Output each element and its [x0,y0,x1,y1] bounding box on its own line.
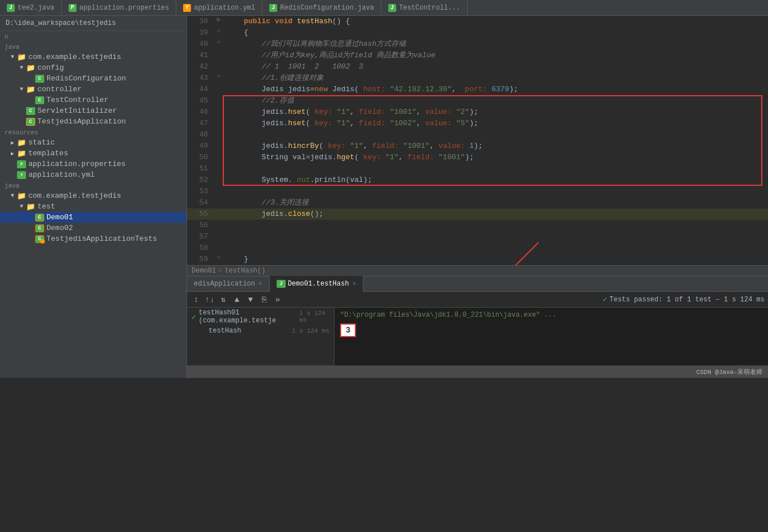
close-icon1[interactable]: × [258,280,262,287]
line-53: 53 [187,186,768,197]
section-n: n [0,31,186,41]
export-button[interactable]: ⎘ [258,294,270,305]
tree-demo01[interactable]: ▶ C Demo01 [0,212,186,223]
tab-redisconfig[interactable]: J RedisConfiguration.java [262,0,381,16]
tree-testjedisapp[interactable]: ▶ C TestjedisApplication [0,116,186,127]
test-content: ✓ testHash01 (com.example.testje 1 s 124… [187,308,768,365]
expand-arrow5: ▶ [9,150,16,157]
line-59: 59 ◁ } [187,254,768,265]
section-resources: resources [0,127,186,137]
yaml-icon: Y [183,4,191,12]
folder-icon6: 📁 [17,193,26,199]
line-55: 55 jedis.close(); [187,208,768,220]
line-57: 57 [187,231,768,242]
expand-arrow2: ▼ [18,65,25,71]
tree-com-example[interactable]: ▼ 📁 com.example.testjedis [0,52,186,62]
redbox-region: 45 //2.存值 46 jedis.hset( key: "1", field… [187,95,768,186]
tree-com-example2[interactable]: ▼ 📁 com.example.testjedis [0,190,186,201]
line-40: 40 ◁ //我们可以将购物车信息通过hash方式存储 [187,39,768,50]
line-52: 52 System. out.println(val); [187,175,768,186]
output-result-badge: 3 [340,324,356,337]
line-58: 58 [187,242,768,254]
fold-icon3: ◁ [217,39,220,45]
folder-icon2: 📁 [26,65,35,71]
more-button[interactable]: » [272,294,283,305]
bottom-tab-demo01[interactable]: J Demo01.testHash × [270,276,364,292]
project-path: D:\idea_warkspace\testjedis [0,16,186,31]
folder-icon7: 📁 [26,203,35,210]
line-47: 47 jedis.hset( key: "1", field: "1002", … [187,118,768,129]
output-command: "D:\program files\Java\jdk1.8.0_221\bin\… [340,311,762,319]
fold-icon2: ◁ [217,27,220,34]
line-49: 49 jedis.hincrBy( key: "1", field: "1001… [187,141,768,152]
expand-arrow4: ▶ [9,139,16,146]
java-icon2: J [269,4,277,12]
sort-button[interactable]: ↑↓ [204,294,215,305]
expand-arrow7: ▼ [18,203,25,210]
sort2-button[interactable]: ⇅ [218,294,229,305]
tree-config[interactable]: ▼ 📁 config [0,62,186,73]
line-38: 38 ↻ public void testHash() { [187,16,768,27]
code-container[interactable]: 38 ↻ public void testHash() { 39 ◁ { 40 … [187,16,768,265]
folder-icon5: 📁 [17,150,26,157]
tree-controller[interactable]: ▼ 📁 controller [0,84,186,95]
section-java2: java [0,180,186,190]
tab-appprops[interactable]: P application.properties [62,0,176,16]
prop-file-icon: P [17,160,26,168]
test-status-text: Tests passed: 1 of 1 test – 1 s 124 ms [609,296,765,304]
folder-icon3: 📁 [26,86,35,93]
bottom-tab-bar: edisApplication × J Demo01.testHash × [187,276,768,292]
line-45: 45 //2.存值 [187,95,768,107]
line-43: 43 ◁ //1.创建连接对象 [187,73,768,84]
test-pass-icon: ✓ [602,295,607,304]
tree-demo02[interactable]: ▶ C Demo02 [0,223,186,233]
line-54: 54 //3.关闭连接 [187,197,768,208]
java-icon: J [7,4,15,12]
tab-appyml[interactable]: Y application.yml [176,0,262,16]
tab-testcontrol[interactable]: J TestControll... [381,0,468,16]
test-item-1[interactable]: ✓ testHash01 (com.example.testje 1 s 124… [187,308,334,326]
line-39: 39 ◁ { [187,27,768,39]
rerun-button[interactable]: ↕ [190,294,202,305]
tree-appyml[interactable]: ▶ Y application.yml [0,169,186,180]
tree-testjedisapptests[interactable]: ▶ C TestjedisApplicationTests [0,233,186,244]
tree-templates[interactable]: ▶ 📁 templates [0,148,186,159]
test-item-2[interactable]: testHash 1 s 124 ms [187,326,334,336]
tree-redisconfig[interactable]: ▶ C RedisConfiguration [0,73,186,84]
tree-testcontroller[interactable]: ▶ C TestController [0,95,186,105]
tab-bar: J tee2.java P application.properties Y a… [0,0,768,16]
tree-servletinitializer[interactable]: ▶ C ServletInitializer [0,105,186,116]
yaml-file-icon: Y [17,171,26,179]
close-icon2[interactable]: × [353,280,357,287]
app-root: J tee2.java P application.properties Y a… [0,0,768,378]
fold-icon: ↻ [217,16,220,23]
line-46: 46 jedis.hset( key: "1", field: "1001", … [187,107,768,118]
folder-icon4: 📁 [17,139,26,146]
tree-appprops[interactable]: ▶ P application.properties [0,159,186,169]
folder-icon: 📁 [17,54,26,61]
line-44: 44 Jedis jedis=new Jedis( host: "42.192.… [187,84,768,95]
tree-static[interactable]: ▶ 📁 static [0,137,186,148]
fold-icon5: ◁ [217,254,220,261]
fold-icon4: ◁ [217,73,220,79]
line-56: 56 [187,220,768,231]
line-41: 41 //用户id为key,商品id为field 商品数量为value [187,50,768,61]
status-right-text: CSDN @Java-呆萌老师 [696,368,762,376]
expand-arrow3: ▼ [18,86,25,93]
test-output: "D:\program files\Java\jdk1.8.0_221\bin\… [334,308,768,365]
test-panel: ↕ ↑↓ ⇅ ▲ ▼ ⎘ » ✓ Tests passed: 1 of 1 te… [187,292,768,365]
sidebar: D:\idea_warkspace\testjedis n java ▼ 📁 c… [0,16,187,378]
line-50: 50 String val=jedis.hget( key: "1", fiel… [187,152,768,163]
tree-test[interactable]: ▼ 📁 test [0,201,186,212]
test-list: ✓ testHash01 (com.example.testje 1 s 124… [187,308,334,365]
line-42: 42 // 1 1001 2 1002 3 [187,61,768,73]
editor-area: 38 ↻ public void testHash() { 39 ◁ { 40 … [187,16,768,378]
app-icon: C [26,118,35,126]
bottom-tab-redisapp[interactable]: edisApplication × [187,276,270,292]
java-icon4: J [277,280,286,288]
tab-tee2[interactable]: J tee2.java [0,0,62,16]
down-button[interactable]: ▼ [245,294,256,305]
up-button[interactable]: ▲ [231,294,243,305]
test-icon2: C [35,224,44,232]
line-51: 51 [187,163,768,175]
